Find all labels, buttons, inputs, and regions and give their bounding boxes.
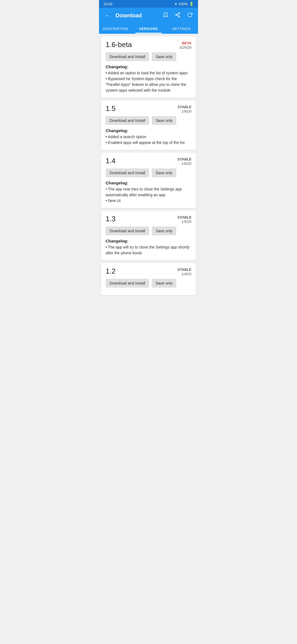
save-only-button-4[interactable]: Save only — [152, 279, 176, 288]
tab-description[interactable]: DESCRIPTION — [99, 23, 132, 34]
tab-versions[interactable]: VERSIONS — [132, 23, 165, 34]
version-meta-3: STABLE 1/5/20 — [177, 215, 191, 224]
svg-point-2 — [178, 16, 180, 17]
back-button[interactable]: ← — [103, 11, 111, 20]
svg-point-0 — [178, 12, 180, 14]
version-number-1: 1.5 — [106, 104, 116, 113]
save-only-button-0[interactable]: Save only — [152, 52, 176, 61]
download-install-button-0[interactable]: Download and Install — [106, 52, 149, 61]
changelog-label-3: Changelog: — [106, 239, 191, 243]
version-meta-0: BETA 5/26/20 — [180, 40, 191, 50]
bookmark-button[interactable] — [162, 11, 169, 20]
version-header-2: 1.4 STABLE 1/6/20 — [106, 157, 191, 166]
app-bar-title: Download — [116, 12, 157, 19]
versions-list: 1.6-beta BETA 5/26/20 Download and Insta… — [99, 34, 198, 298]
version-card-3: 1.3 STABLE 1/5/20 Download and Install S… — [101, 211, 196, 260]
download-install-button-3[interactable]: Download and Install — [106, 227, 149, 235]
status-time: 10:00 — [103, 2, 112, 6]
version-number-2: 1.4 — [106, 157, 116, 165]
version-date-4: 1/4/20 — [177, 272, 191, 276]
svg-line-4 — [177, 13, 178, 14]
save-only-button-3[interactable]: Save only — [152, 227, 176, 235]
changelog-label-2: Changelog: — [106, 181, 191, 185]
version-card-4: 1.2 STABLE 1/4/20 Download and Install S… — [101, 263, 196, 295]
version-number-0: 1.6-beta — [106, 40, 132, 49]
version-badge-2: STABLE — [177, 157, 191, 161]
button-row-1: Download and Install Save only — [106, 116, 191, 125]
changelog-label-1: Changelog: — [106, 128, 191, 133]
version-meta-4: STABLE 1/4/20 — [177, 267, 191, 276]
tab-settings[interactable]: SETTINGS — [165, 23, 198, 34]
download-install-button-2[interactable]: Download and Install — [106, 168, 149, 177]
battery-percent: 100% — [178, 2, 188, 6]
app-bar: ← Download — [99, 8, 198, 23]
version-badge-4: STABLE — [177, 268, 191, 272]
changelog-text-0: • Added an option to load the list of sy… — [106, 70, 191, 93]
version-badge-3: STABLE — [177, 215, 191, 219]
button-row-4: Download and Install Save only — [106, 279, 191, 288]
save-only-button-1[interactable]: Save only — [152, 116, 176, 125]
battery-icon — [189, 2, 194, 6]
download-install-button-4[interactable]: Download and Install — [106, 279, 149, 288]
version-date-2: 1/6/20 — [177, 162, 191, 166]
version-badge-0: BETA — [182, 41, 191, 45]
wifi-icon — [175, 2, 177, 6]
refresh-button[interactable] — [186, 11, 194, 20]
version-date-0: 5/26/20 — [180, 45, 191, 50]
button-row-0: Download and Install Save only — [106, 52, 191, 61]
button-row-2: Download and Install Save only — [106, 168, 191, 177]
version-header-1: 1.5 STABLE 1/8/20 — [106, 104, 191, 113]
changelog-text-2: • The app now tries to close the Setting… — [106, 186, 191, 204]
version-number-3: 1.3 — [106, 215, 116, 223]
download-install-button-1[interactable]: Download and Install — [106, 116, 149, 125]
changelog-label-0: Changelog: — [106, 64, 191, 69]
status-bar: 10:00 100% — [99, 0, 198, 8]
version-header-0: 1.6-beta BETA 5/26/20 — [106, 40, 191, 50]
button-row-3: Download and Install Save only — [106, 227, 191, 235]
version-card-0: 1.6-beta BETA 5/26/20 Download and Insta… — [101, 37, 196, 98]
tab-bar: DESCRIPTION VERSIONS SETTINGS — [99, 23, 198, 34]
app-bar-actions — [162, 11, 194, 20]
version-date-3: 1/5/20 — [177, 220, 191, 224]
version-meta-1: STABLE 1/8/20 — [177, 104, 191, 113]
share-button[interactable] — [174, 11, 182, 20]
version-meta-2: STABLE 1/6/20 — [177, 157, 191, 166]
svg-point-1 — [176, 14, 177, 15]
version-card-1: 1.5 STABLE 1/8/20 Download and Install S… — [101, 100, 196, 150]
version-card-2: 1.4 STABLE 1/6/20 Download and Install S… — [101, 153, 196, 208]
status-right: 100% — [175, 2, 194, 6]
changelog-text-3: • The app will try to close the Settings… — [106, 244, 191, 256]
version-header-4: 1.2 STABLE 1/4/20 — [106, 267, 191, 276]
svg-line-3 — [177, 15, 178, 16]
changelog-text-1: • Added a search option• Enabled apps wi… — [106, 134, 191, 146]
save-only-button-2[interactable]: Save only — [152, 168, 176, 177]
version-header-3: 1.3 STABLE 1/5/20 — [106, 215, 191, 224]
version-number-4: 1.2 — [106, 267, 116, 275]
version-badge-1: STABLE — [177, 105, 191, 109]
version-date-1: 1/8/20 — [177, 109, 191, 113]
